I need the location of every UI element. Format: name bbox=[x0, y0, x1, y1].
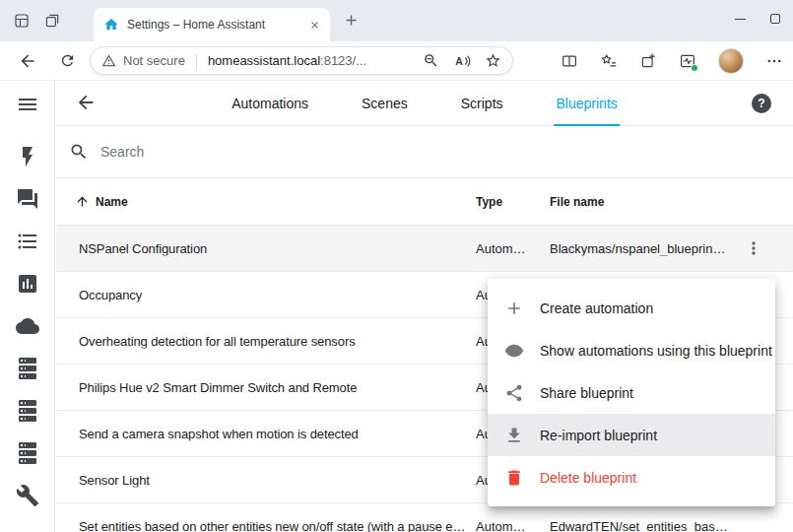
ha-back-icon[interactable] bbox=[75, 92, 97, 113]
browser-tab-strip: Settings – Home Assistant bbox=[0, 0, 793, 41]
help-icon[interactable]: ? bbox=[752, 94, 771, 113]
ha-header: Automations Scenes Scripts Blueprints ? bbox=[56, 81, 793, 126]
screen: Settings – Home Assistant No bbox=[0, 0, 793, 532]
table-row[interactable]: NSPanel Configuration Autom… Blackymas/n… bbox=[56, 226, 793, 272]
read-aloud-icon[interactable]: A bbox=[453, 52, 471, 70]
maximize-button[interactable] bbox=[758, 0, 793, 37]
column-header-file[interactable]: File name bbox=[550, 195, 604, 209]
row-context-menu: Create automation Show automations using… bbox=[488, 279, 775, 506]
trash-icon bbox=[504, 468, 524, 488]
favorites-hub-icon[interactable] bbox=[600, 52, 618, 70]
history-chart-icon[interactable] bbox=[16, 272, 39, 296]
server-icon[interactable] bbox=[16, 399, 39, 423]
tab-scripts[interactable]: Scripts bbox=[459, 81, 505, 126]
tab-automations[interactable]: Automations bbox=[230, 81, 310, 126]
energy-flash-icon[interactable] bbox=[16, 145, 39, 168]
split-screen-icon[interactable] bbox=[561, 52, 578, 70]
row-type: Autom… bbox=[476, 241, 526, 256]
eye-icon bbox=[504, 341, 524, 361]
refresh-icon[interactable] bbox=[59, 52, 76, 69]
server-icon[interactable] bbox=[16, 357, 39, 380]
row-file: EdwardTEN/set_entities_bas… bbox=[550, 519, 728, 532]
sort-arrow-up-icon[interactable] bbox=[75, 194, 90, 209]
menu-item-label: Re-import blueprint bbox=[540, 428, 657, 443]
svg-text:A: A bbox=[455, 54, 463, 66]
warning-triangle-icon bbox=[101, 53, 116, 68]
menu-item-reimport-blueprint[interactable]: Re-import blueprint bbox=[488, 414, 775, 456]
share-icon bbox=[504, 383, 524, 403]
row-name: Set entities based on other entities new… bbox=[79, 519, 471, 532]
url-separator bbox=[196, 53, 197, 69]
essentials-status-dot bbox=[691, 64, 698, 72]
row-name: Philips Hue v2 Smart Dimmer Switch and R… bbox=[79, 380, 357, 395]
logbook-list-icon[interactable] bbox=[16, 230, 39, 253]
tab-actions-icon[interactable] bbox=[43, 12, 61, 30]
url-path: :8123/... bbox=[320, 53, 366, 68]
table-row[interactable]: Set entities based on other entities new… bbox=[56, 503, 793, 532]
home-assistant-logo-icon bbox=[103, 17, 119, 33]
new-tab-button[interactable] bbox=[343, 12, 360, 29]
server-icon[interactable] bbox=[16, 441, 39, 465]
more-menu-icon[interactable] bbox=[765, 52, 783, 70]
menu-item-show-automations[interactable]: Show automations using this blueprint bbox=[488, 329, 775, 371]
favorite-star-icon[interactable] bbox=[485, 52, 501, 69]
menu-item-create-automation[interactable]: Create automation bbox=[488, 287, 775, 329]
search-input[interactable] bbox=[100, 144, 793, 160]
ha-sidebar bbox=[0, 81, 55, 532]
menu-item-share-blueprint[interactable]: Share blueprint bbox=[488, 371, 775, 414]
tab-title: Settings – Home Assistant bbox=[127, 18, 301, 32]
row-type: Autom… bbox=[476, 519, 526, 532]
cloud-icon[interactable] bbox=[16, 314, 39, 338]
menu-icon[interactable] bbox=[16, 93, 39, 116]
row-overflow-menu-icon[interactable] bbox=[744, 238, 763, 258]
back-icon[interactable] bbox=[18, 51, 37, 71]
browser-tab[interactable]: Settings – Home Assistant bbox=[94, 8, 330, 41]
row-name: NSPanel Configuration bbox=[79, 241, 207, 256]
row-file: Blackymas/nspanel_blueprin… bbox=[550, 241, 725, 256]
home-assistant-app: Automations Scenes Scripts Blueprints ? … bbox=[0, 81, 793, 532]
plus-icon bbox=[504, 299, 524, 318]
tab-close-icon[interactable] bbox=[309, 20, 320, 31]
row-name: Sensor Light bbox=[79, 473, 150, 488]
url-text[interactable]: homeassistant.local:8123/... bbox=[208, 53, 366, 68]
zoom-icon[interactable] bbox=[423, 52, 439, 69]
search-icon bbox=[69, 142, 89, 162]
row-name: Overheating detection for all temperatur… bbox=[79, 334, 356, 349]
assist-forum-icon[interactable] bbox=[16, 187, 39, 211]
tab-scenes[interactable]: Scenes bbox=[360, 81, 410, 126]
address-bar[interactable]: Not secure homeassistant.local:8123/... … bbox=[90, 46, 513, 75]
menu-item-label: Create automation bbox=[540, 300, 653, 316]
tools-wrench-icon[interactable] bbox=[16, 484, 39, 507]
browser-toolbar: Not secure homeassistant.local:8123/... … bbox=[0, 41, 793, 81]
search-bar bbox=[56, 126, 793, 178]
profile-avatar[interactable] bbox=[718, 48, 744, 74]
workspaces-icon[interactable] bbox=[13, 12, 31, 30]
table-header: Name Type File name bbox=[56, 178, 793, 226]
menu-item-label: Show automations using this blueprint bbox=[540, 343, 772, 359]
row-name: Occupancy bbox=[79, 288, 142, 302]
window-controls bbox=[722, 0, 793, 41]
column-header-name[interactable]: Name bbox=[96, 195, 128, 209]
ha-nav-tabs: Automations Scenes Scripts Blueprints bbox=[230, 81, 620, 126]
collections-icon[interactable] bbox=[639, 52, 657, 70]
browser-essentials-icon[interactable] bbox=[679, 52, 696, 70]
tab-blueprints[interactable]: Blueprints bbox=[555, 81, 620, 126]
security-label[interactable]: Not secure bbox=[123, 53, 185, 68]
menu-item-label: Delete blueprint bbox=[540, 470, 636, 486]
column-header-type[interactable]: Type bbox=[476, 195, 502, 209]
menu-item-delete-blueprint[interactable]: Delete blueprint bbox=[488, 456, 775, 499]
row-name: Send a camera snapshot when motion is de… bbox=[79, 427, 359, 441]
download-icon bbox=[504, 426, 524, 445]
ha-main: Automations Scenes Scripts Blueprints ? … bbox=[56, 81, 793, 532]
minimize-button[interactable] bbox=[722, 0, 758, 37]
url-host: homeassistant.local bbox=[208, 53, 320, 68]
menu-item-label: Share blueprint bbox=[540, 385, 633, 401]
